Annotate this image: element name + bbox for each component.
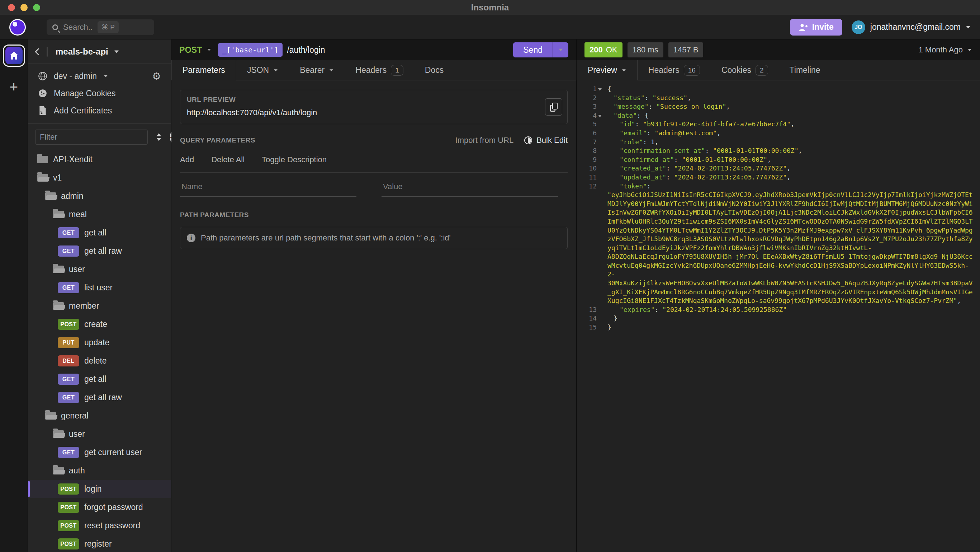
tab-response-headers[interactable]: Headers16 [638,60,711,80]
query-parameters-label: QUERY PARAMETERS [180,136,255,144]
workspace-dropdown-icon[interactable] [115,50,119,53]
window-title: Insomnia [471,3,509,13]
tree-item-label: v1 [53,173,62,183]
line-number: 9 [577,155,597,164]
line-number: 7 [577,138,597,147]
code-line: 5"id": "b931fc91-02ec-4b1f-bfa7-a7e67b6e… [577,120,980,129]
request-url-path[interactable]: /auth/login [287,45,325,55]
tab-response-cookies[interactable]: Cookies2 [711,60,779,80]
code-line: MDJlYy00YjFmLWJmYTctYTdlNjdiNmVjN2Y0Iiwi… [577,199,980,209]
line-number [577,235,597,244]
sidebar-folder-auth[interactable]: auth [28,461,171,480]
close-window-icon[interactable] [8,4,15,11]
sidebar-folder-user[interactable]: user [28,425,171,443]
minimize-window-icon[interactable] [21,4,28,11]
folder-open-icon [37,174,48,182]
code-line: 6"email": "admin@test.com", [577,129,980,138]
send-button[interactable]: Send [513,42,552,57]
add-workspace-button[interactable]: + [10,80,18,94]
sidebar-request-update[interactable]: PUTupdate [28,333,171,352]
sidebar-folder-member[interactable]: member [28,297,171,315]
param-value-input[interactable] [382,178,558,197]
sidebar-folder-v1[interactable]: v1 [28,169,171,187]
code-line: 2"status": "success", [577,94,980,103]
sidebar-folder-admin[interactable]: admin [28,187,171,205]
filter-input[interactable] [35,129,148,145]
tab-request-parameters[interactable]: Parameters [172,60,236,80]
folder-closed-icon [37,156,48,163]
environment-selector[interactable]: dev - admin ⚙ [35,67,164,85]
divider [47,47,48,57]
line-number: 5 [577,120,597,129]
sidebar-request-get-all[interactable]: GETget all [28,370,171,388]
fold-caret-icon[interactable] [598,88,602,91]
response-body-preview[interactable]: 1{2"status": "success",3"message": "Succ… [577,80,980,552]
insomnia-logo-icon[interactable] [10,19,26,35]
sidebar-request-create[interactable]: POSTcreate [28,315,171,333]
tab-response-timeline[interactable]: Timeline [779,60,831,80]
environment-settings-gear-icon[interactable]: ⚙ [152,70,161,82]
home-workspace-button[interactable] [3,45,25,67]
url-preview-label: URL PREVIEW [187,96,561,104]
param-name-input[interactable] [180,178,356,197]
tree-item-label: get current user [84,448,142,457]
maximize-window-icon[interactable] [33,4,40,11]
add-certificates-button[interactable]: Add Certificates [35,102,164,119]
line-number [577,270,597,279]
copy-icon [552,103,558,110]
tab-request-bearer[interactable]: Bearer [289,60,345,80]
sidebar-request-list-user[interactable]: GETlist user [28,279,171,297]
search-input[interactable]: Search.. ⌘ P [47,19,154,35]
workspace-name[interactable]: meals-be-api [56,47,108,57]
sidebar-request-get-all[interactable]: GETget all [28,223,171,242]
sidebar-folder-user[interactable]: user [28,260,171,279]
line-number: 12 [577,182,597,191]
sidebar-folder-meal[interactable]: meal [28,205,171,223]
request-method-label[interactable]: POST [179,45,202,55]
method-badge-post: POST [58,538,79,549]
code-line: A8DZQqNLaEcqJrgu1oFY795U8XUVIH5h_jMr7Ql_… [577,252,980,261]
sidebar-request-register[interactable]: POSTregister [28,535,171,552]
add-param-button[interactable]: Add [180,155,194,164]
code-line: 12"token": [577,182,980,191]
sidebar-request-get-all-raw[interactable]: GETget all raw [28,242,171,260]
account-menu[interactable]: JO jonathanvnc@gmail.com [852,21,970,34]
sidebar-request-forgot-password[interactable]: POSTforgot password [28,498,171,517]
sidebar-folder-api-xendit[interactable]: API-Xendit [28,150,171,169]
sidebar-request-delete[interactable]: DELdelete [28,352,171,370]
tab-request-headers[interactable]: Headers1 [345,60,414,80]
invite-button[interactable]: Invite [790,19,842,35]
back-chevron-icon[interactable] [35,48,42,55]
copy-url-button[interactable] [545,98,562,116]
line-number [577,297,597,305]
code-line: XugcIGi8NE1FJXcT4TzkMNqaSKmGoMnoZWpqLo-s… [577,297,980,305]
import-from-url-button[interactable]: Import from URL [455,136,514,145]
sidebar-folder-general[interactable]: general [28,407,171,425]
sort-icon[interactable] [155,132,163,142]
fold-caret-icon[interactable] [598,115,602,117]
delete-all-params-button[interactable]: Delete All [211,155,245,164]
sidebar-request-get-all-raw[interactable]: GETget all raw [28,388,171,407]
response-history-dropdown[interactable]: 1 Month Ago [918,45,972,54]
sidebar-request-reset-password[interactable]: POSTreset password [28,517,171,535]
send-options-dropdown[interactable] [552,42,568,57]
tab-request-docs[interactable]: Docs [414,60,454,80]
sidebar-request-login[interactable]: POSTlogin [28,480,171,498]
folder-open-icon [53,467,64,474]
folder-open-icon [53,302,64,310]
code-line: 30MxXuKzij4lkzsWeFHOBOvvXxeUlMBZaToWIwWK… [577,279,980,288]
method-badge-post: POST [58,502,79,513]
tab-response-preview[interactable]: Preview [577,60,638,80]
manage-cookies-button[interactable]: Manage Cookies [35,85,164,102]
tab-request-json[interactable]: JSON [236,60,289,80]
search-shortcut-badge: ⌘ P [97,21,119,33]
line-number: 8 [577,147,597,155]
base-url-variable-pill[interactable]: _['base-url'] [218,43,283,57]
account-email: jonathanvnc@gmail.com [870,22,961,32]
bulk-edit-toggle[interactable]: Bulk Edit [524,136,568,145]
request-tabs: ParametersJSONBearerHeaders1Docs [172,60,576,80]
toggle-description-button[interactable]: Toggle Description [262,155,327,164]
method-dropdown-icon[interactable] [207,49,211,51]
chevron-down-icon [329,69,333,72]
sidebar-request-get-current-user[interactable]: GETget current user [28,443,171,461]
